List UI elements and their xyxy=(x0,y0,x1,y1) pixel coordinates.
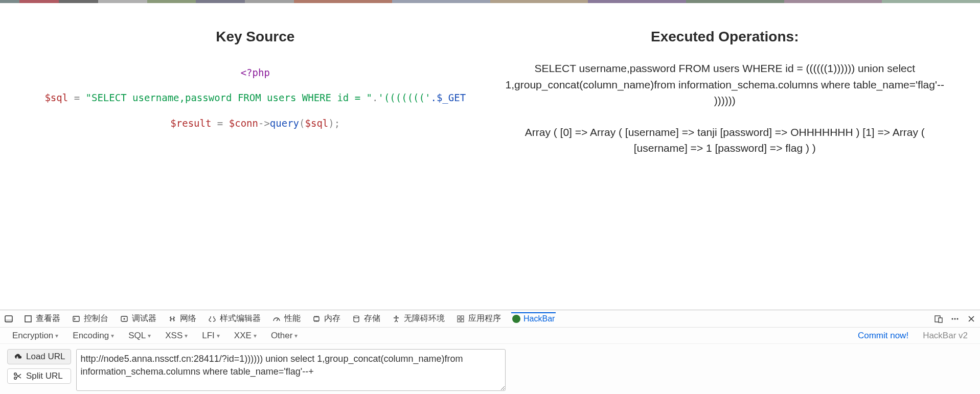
menu-other-label: Other xyxy=(271,331,293,341)
tab-application-label: 应用程序 xyxy=(468,313,501,324)
menu-encryption[interactable]: Encryption ▾ xyxy=(12,331,58,341)
tab-hackbar[interactable]: HackBar xyxy=(511,312,556,326)
responsive-icon[interactable] xyxy=(934,314,943,323)
caret-icon: ▾ xyxy=(217,332,220,339)
svg-rect-11 xyxy=(458,319,460,322)
tab-accessibility[interactable]: 无障碍环境 xyxy=(391,311,446,326)
tab-console[interactable]: 控制台 xyxy=(71,311,109,326)
console-icon xyxy=(72,314,81,323)
storage-icon xyxy=(352,314,361,323)
op-dot: . xyxy=(372,92,378,103)
tab-inspector-label: 查看器 xyxy=(36,313,60,324)
menu-xxe[interactable]: XXE ▾ xyxy=(234,331,257,341)
tab-inspector[interactable]: 查看器 xyxy=(22,311,61,326)
tab-debugger-label: 调试器 xyxy=(132,313,156,324)
tab-storage[interactable]: 存储 xyxy=(351,311,381,326)
close-icon[interactable] xyxy=(967,314,976,323)
devtools-tabstrip: 查看器 控制台 调试器 网络 样式编辑器 性能 xyxy=(0,310,980,328)
caret-icon: ▾ xyxy=(185,332,188,339)
svg-point-5 xyxy=(124,318,125,319)
tab-style-label: 样式编辑器 xyxy=(220,313,261,324)
left-column: Key Source <?php $sql = "SELECT username… xyxy=(20,29,490,172)
svg-point-17 xyxy=(957,318,959,319)
svg-point-8 xyxy=(396,315,397,317)
tab-network-label: 网络 xyxy=(180,313,196,324)
devtools-panel: 查看器 控制台 调试器 网络 样式编辑器 性能 xyxy=(0,310,980,394)
executed-query: SELECT username,password FROM users WHER… xyxy=(506,60,945,109)
a11y-icon xyxy=(392,314,401,323)
commit-link[interactable]: Commit now! xyxy=(858,331,908,341)
svg-point-16 xyxy=(954,318,956,319)
load-url-button[interactable]: Load URL xyxy=(7,349,71,364)
svg-rect-3 xyxy=(73,316,79,321)
menu-other[interactable]: Other ▾ xyxy=(271,331,298,341)
caret-icon: ▾ xyxy=(55,332,58,339)
var-result: $result xyxy=(170,118,211,129)
menu-encoding-label: Encoding xyxy=(73,331,109,341)
style-icon xyxy=(208,314,217,323)
var-sql: $sql xyxy=(44,92,68,103)
svg-point-7 xyxy=(354,316,359,318)
tab-memory[interactable]: 内存 xyxy=(311,311,341,326)
debugger-icon xyxy=(120,314,129,323)
arg-sql: $sql xyxy=(305,118,329,129)
tab-console-label: 控制台 xyxy=(84,313,108,324)
menu-lfi-label: LFI xyxy=(202,331,215,341)
tab-debugger[interactable]: 调试器 xyxy=(119,311,157,326)
more-icon[interactable] xyxy=(950,314,960,323)
op-arrow: -> xyxy=(258,118,270,129)
svg-rect-9 xyxy=(458,316,460,318)
dock-icon[interactable] xyxy=(4,314,13,323)
paren-open: ( xyxy=(299,118,305,129)
hackbar-menus: Encryption ▾ Encoding ▾ SQL ▾ XSS ▾ LFI … xyxy=(0,328,980,344)
sql-string: "SELECT username,password FROM users WHE… xyxy=(86,92,373,103)
right-column: Executed Operations: SELECT username,pas… xyxy=(490,29,960,172)
network-icon xyxy=(168,314,177,323)
executed-title: Executed Operations: xyxy=(506,29,945,45)
caret-icon: ▾ xyxy=(294,332,298,339)
menu-sql[interactable]: SQL ▾ xyxy=(128,331,151,341)
url-input[interactable] xyxy=(76,349,506,391)
tab-application[interactable]: 应用程序 xyxy=(455,311,502,326)
svg-rect-14 xyxy=(939,318,942,322)
cloud-download-icon xyxy=(13,352,22,361)
inspector-icon xyxy=(24,314,33,323)
main-content: Key Source <?php $sql = "SELECT username… xyxy=(0,3,980,172)
memory-icon xyxy=(312,314,321,323)
tab-memory-label: 内存 xyxy=(324,313,340,324)
svg-rect-1 xyxy=(5,319,12,322)
hackbar-url-row: Load URL Split URL xyxy=(0,344,980,394)
var-get: .$_GET xyxy=(430,92,466,103)
paren-string: '(((((((' xyxy=(378,92,430,103)
tab-network[interactable]: 网络 xyxy=(167,311,197,326)
menu-xss-label: XSS xyxy=(165,331,183,341)
app-icon xyxy=(456,314,465,323)
menu-xss[interactable]: XSS ▾ xyxy=(165,331,188,341)
svg-point-19 xyxy=(14,377,16,379)
hackbar-icon xyxy=(512,315,520,323)
key-source-title: Key Source xyxy=(36,29,475,45)
svg-rect-6 xyxy=(314,317,319,321)
svg-rect-12 xyxy=(461,319,464,322)
menu-encoding[interactable]: Encoding ▾ xyxy=(73,331,114,341)
op-eq2: = xyxy=(211,118,229,129)
load-url-label: Load URL xyxy=(26,352,65,362)
caret-icon: ▾ xyxy=(254,332,257,339)
menu-lfi[interactable]: LFI ▾ xyxy=(202,331,220,341)
tab-style[interactable]: 样式编辑器 xyxy=(207,311,262,326)
split-url-button[interactable]: Split URL xyxy=(7,368,71,384)
menu-sql-label: SQL xyxy=(128,331,146,341)
menu-xxe-label: XXE xyxy=(234,331,252,341)
code-block: <?php $sql = "SELECT username,password F… xyxy=(36,60,475,136)
op-eq: = xyxy=(68,92,85,103)
svg-rect-2 xyxy=(25,316,31,322)
tab-performance[interactable]: 性能 xyxy=(271,311,302,326)
scissors-icon xyxy=(13,372,22,381)
tab-performance-label: 性能 xyxy=(284,313,301,324)
menu-encryption-label: Encryption xyxy=(12,331,53,341)
php-open-tag: <?php xyxy=(241,67,270,78)
svg-point-15 xyxy=(952,318,953,319)
hackbar-version: HackBar v2 xyxy=(923,331,968,341)
split-url-label: Split URL xyxy=(26,371,63,381)
svg-point-18 xyxy=(14,373,16,375)
